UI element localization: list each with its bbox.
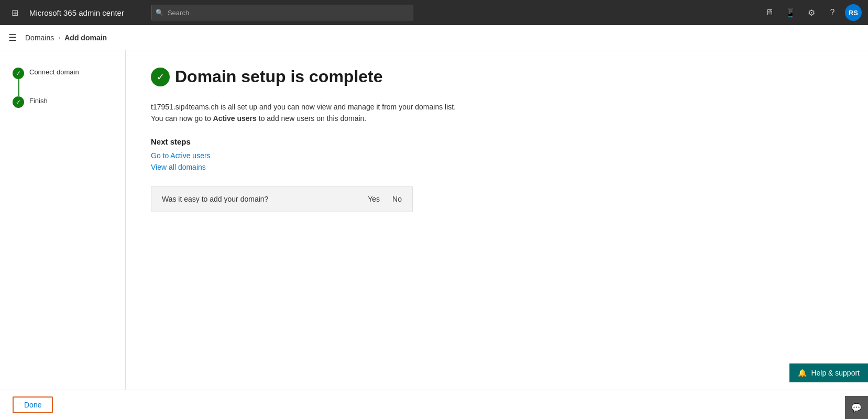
topbar-right: 🖥 📱 ⚙ ? RS xyxy=(761,4,862,21)
step-1-check-icon: ✓ xyxy=(13,68,24,79)
feedback-question: Was it easy to add your domain? xyxy=(162,195,347,203)
breadcrumb: Domains › Add domain xyxy=(25,34,107,42)
breadcrumb-current: Add domain xyxy=(64,34,107,42)
heading-check-icon: ✓ xyxy=(151,68,170,86)
step-2-check-icon: ✓ xyxy=(13,96,24,108)
step-finish: ✓ Finish xyxy=(13,96,113,108)
feedback-chat-icon: 💬 xyxy=(851,403,862,413)
left-panel: ✓ Connect domain ✓ Finish xyxy=(0,50,126,419)
feedback-icon[interactable]: 🖥 xyxy=(761,4,778,21)
help-support-icon: 🔔 xyxy=(798,369,807,377)
subheader: ☰ Domains › Add domain xyxy=(0,25,868,50)
grid-icon[interactable]: ⊞ xyxy=(6,4,23,21)
app-title: Microsoft 365 admin center xyxy=(29,8,124,17)
stepper: ✓ Connect domain ✓ Finish xyxy=(13,67,113,108)
search-container: 🔍 xyxy=(151,5,413,20)
description-line1: t17951.sip4teams.ch is all set up and yo… xyxy=(151,101,465,125)
description-text-suffix: to add new users on this domain. xyxy=(257,114,366,123)
description-text-1: t17951.sip4teams.ch is all set up and yo… xyxy=(151,103,456,111)
step-connect-domain: ✓ Connect domain xyxy=(13,67,113,79)
help-support-label: Help & support xyxy=(811,369,860,377)
feedback-box: Was it easy to add your domain? Yes No xyxy=(151,186,413,212)
page-heading: ✓ Domain setup is complete xyxy=(151,67,843,86)
help-support-button[interactable]: 🔔 Help & support xyxy=(789,363,868,382)
avatar[interactable]: RS xyxy=(845,4,862,21)
search-icon: 🔍 xyxy=(156,9,163,16)
feedback-yes-button[interactable]: Yes xyxy=(368,195,380,203)
breadcrumb-domains[interactable]: Domains xyxy=(25,34,54,42)
step-1-label: Connect domain xyxy=(29,68,79,76)
breadcrumb-separator: › xyxy=(58,34,60,41)
right-content: ✓ Domain setup is complete t17951.sip4te… xyxy=(126,50,868,419)
view-all-domains-link[interactable]: View all domains xyxy=(151,163,843,171)
mobile-icon[interactable]: 📱 xyxy=(782,4,799,21)
step-connector xyxy=(18,79,19,96)
page-title: Domain setup is complete xyxy=(175,67,383,86)
hamburger-button[interactable]: ☰ xyxy=(8,32,17,43)
go-to-active-users-link[interactable]: Go to Active users xyxy=(151,151,843,160)
bottom-bar: Done xyxy=(0,390,868,419)
main-container: ✓ Connect domain ✓ Finish ✓ Domain setup… xyxy=(0,50,868,419)
help-icon[interactable]: ? xyxy=(824,4,841,21)
step-2-label: Finish xyxy=(29,97,48,105)
search-input[interactable] xyxy=(151,5,413,20)
topbar: ⊞ Microsoft 365 admin center 🔍 🖥 📱 ⚙ ? R… xyxy=(0,0,868,25)
next-steps-heading: Next steps xyxy=(151,137,843,146)
description-bold: Active users xyxy=(213,114,257,123)
feedback-no-button[interactable]: No xyxy=(392,195,402,203)
description-text-prefix: You can now go to xyxy=(151,114,213,123)
bottom-feedback-icon-button[interactable]: 💬 xyxy=(845,396,868,419)
feedback-options: Yes No xyxy=(368,195,402,203)
done-button[interactable]: Done xyxy=(13,396,53,413)
settings-icon[interactable]: ⚙ xyxy=(803,4,820,21)
